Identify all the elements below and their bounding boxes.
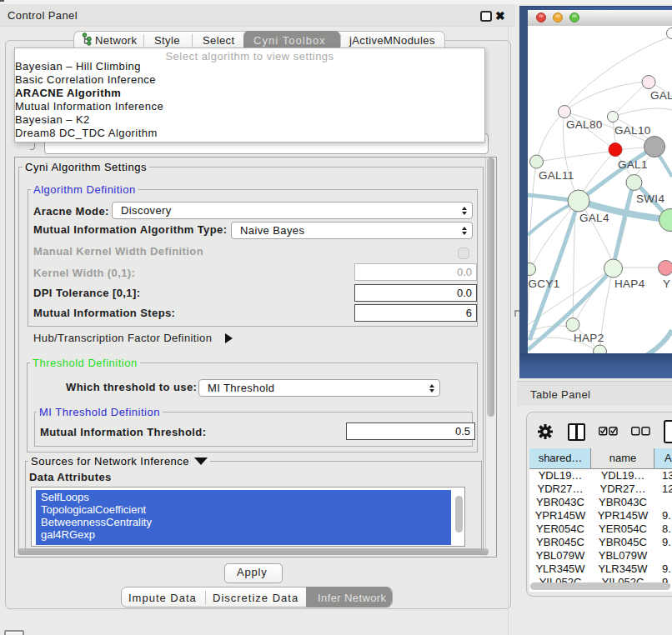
- svg-text:HAP4: HAP4: [614, 278, 645, 290]
- svg-text:Y: Y: [663, 278, 670, 290]
- svg-text:GAL80: GAL80: [566, 118, 603, 131]
- svg-text:SWI4: SWI4: [636, 192, 664, 205]
- svg-text:GAL4: GAL4: [579, 212, 609, 224]
- svg-text:HAP2: HAP2: [574, 332, 604, 344]
- svg-text:GAL1: GAL1: [618, 158, 648, 171]
- svg-text:GAL10: GAL10: [614, 124, 651, 137]
- svg-text:GCY1: GCY1: [529, 278, 560, 290]
- svg-text:GAL11: GAL11: [539, 169, 574, 182]
- svg-text:GAL2: GAL2: [650, 89, 672, 102]
